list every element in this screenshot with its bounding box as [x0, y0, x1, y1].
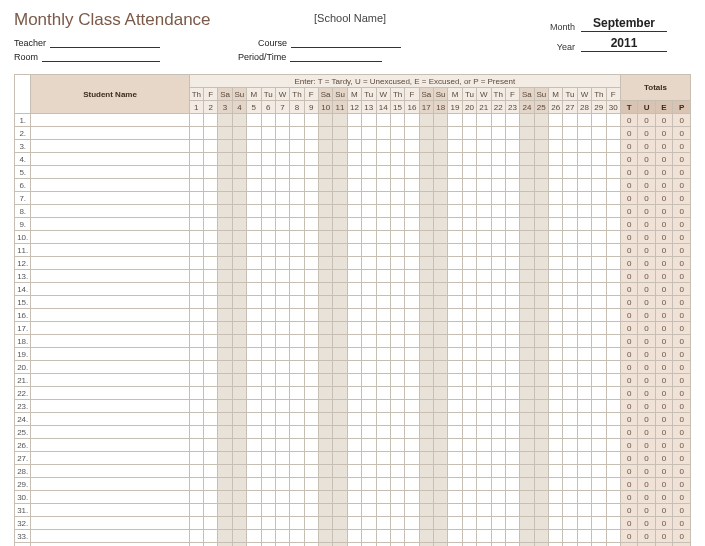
attendance-cell[interactable] — [232, 439, 246, 452]
attendance-cell[interactable] — [218, 205, 232, 218]
attendance-cell[interactable] — [563, 387, 577, 400]
attendance-cell[interactable] — [448, 491, 462, 504]
attendance-cell[interactable] — [304, 231, 318, 244]
attendance-cell[interactable] — [275, 244, 289, 257]
attendance-cell[interactable] — [491, 491, 505, 504]
attendance-cell[interactable] — [275, 400, 289, 413]
attendance-cell[interactable] — [247, 478, 261, 491]
attendance-cell[interactable] — [290, 296, 304, 309]
attendance-cell[interactable] — [563, 114, 577, 127]
attendance-cell[interactable] — [577, 491, 591, 504]
attendance-cell[interactable] — [204, 400, 218, 413]
attendance-cell[interactable] — [577, 400, 591, 413]
attendance-cell[interactable] — [563, 322, 577, 335]
attendance-cell[interactable] — [606, 426, 620, 439]
attendance-cell[interactable] — [520, 114, 534, 127]
attendance-cell[interactable] — [390, 153, 404, 166]
attendance-cell[interactable] — [477, 140, 491, 153]
attendance-cell[interactable] — [347, 335, 361, 348]
attendance-cell[interactable] — [520, 517, 534, 530]
attendance-cell[interactable] — [606, 478, 620, 491]
attendance-cell[interactable] — [563, 452, 577, 465]
attendance-cell[interactable] — [549, 231, 563, 244]
attendance-cell[interactable] — [390, 114, 404, 127]
attendance-cell[interactable] — [347, 413, 361, 426]
attendance-cell[interactable] — [462, 426, 476, 439]
attendance-cell[interactable] — [405, 127, 419, 140]
attendance-cell[interactable] — [261, 283, 275, 296]
attendance-cell[interactable] — [434, 114, 448, 127]
attendance-cell[interactable] — [563, 270, 577, 283]
attendance-cell[interactable] — [434, 387, 448, 400]
attendance-cell[interactable] — [592, 114, 606, 127]
attendance-cell[interactable] — [247, 140, 261, 153]
attendance-cell[interactable] — [347, 439, 361, 452]
attendance-cell[interactable] — [189, 322, 203, 335]
attendance-cell[interactable] — [362, 231, 376, 244]
attendance-cell[interactable] — [477, 543, 491, 547]
attendance-cell[interactable] — [232, 296, 246, 309]
attendance-cell[interactable] — [204, 374, 218, 387]
attendance-cell[interactable] — [405, 517, 419, 530]
attendance-cell[interactable] — [232, 452, 246, 465]
attendance-cell[interactable] — [333, 387, 347, 400]
attendance-cell[interactable] — [275, 361, 289, 374]
attendance-cell[interactable] — [319, 166, 333, 179]
attendance-cell[interactable] — [390, 296, 404, 309]
attendance-cell[interactable] — [275, 257, 289, 270]
attendance-cell[interactable] — [304, 348, 318, 361]
student-name-cell[interactable] — [31, 530, 189, 543]
attendance-cell[interactable] — [333, 114, 347, 127]
attendance-cell[interactable] — [261, 140, 275, 153]
attendance-cell[interactable] — [477, 361, 491, 374]
attendance-cell[interactable] — [362, 218, 376, 231]
attendance-cell[interactable] — [534, 244, 548, 257]
attendance-cell[interactable] — [390, 127, 404, 140]
attendance-cell[interactable] — [448, 257, 462, 270]
attendance-cell[interactable] — [390, 478, 404, 491]
attendance-cell[interactable] — [247, 205, 261, 218]
attendance-cell[interactable] — [534, 348, 548, 361]
attendance-cell[interactable] — [534, 361, 548, 374]
attendance-cell[interactable] — [448, 504, 462, 517]
attendance-cell[interactable] — [204, 114, 218, 127]
attendance-cell[interactable] — [405, 543, 419, 547]
attendance-cell[interactable] — [520, 283, 534, 296]
attendance-cell[interactable] — [462, 218, 476, 231]
attendance-cell[interactable] — [505, 530, 519, 543]
attendance-cell[interactable] — [419, 257, 433, 270]
attendance-cell[interactable] — [304, 218, 318, 231]
attendance-cell[interactable] — [577, 387, 591, 400]
attendance-cell[interactable] — [304, 504, 318, 517]
attendance-cell[interactable] — [520, 530, 534, 543]
attendance-cell[interactable] — [290, 478, 304, 491]
attendance-cell[interactable] — [491, 114, 505, 127]
attendance-cell[interactable] — [204, 270, 218, 283]
attendance-cell[interactable] — [319, 218, 333, 231]
attendance-cell[interactable] — [491, 361, 505, 374]
attendance-cell[interactable] — [189, 543, 203, 547]
attendance-cell[interactable] — [247, 114, 261, 127]
attendance-cell[interactable] — [505, 400, 519, 413]
attendance-cell[interactable] — [419, 114, 433, 127]
attendance-cell[interactable] — [290, 465, 304, 478]
attendance-cell[interactable] — [534, 478, 548, 491]
attendance-cell[interactable] — [362, 387, 376, 400]
attendance-cell[interactable] — [189, 361, 203, 374]
attendance-cell[interactable] — [275, 114, 289, 127]
attendance-cell[interactable] — [362, 348, 376, 361]
attendance-cell[interactable] — [505, 452, 519, 465]
attendance-cell[interactable] — [419, 491, 433, 504]
attendance-cell[interactable] — [563, 348, 577, 361]
attendance-cell[interactable] — [419, 231, 433, 244]
attendance-cell[interactable] — [218, 478, 232, 491]
attendance-cell[interactable] — [347, 179, 361, 192]
attendance-cell[interactable] — [534, 296, 548, 309]
attendance-cell[interactable] — [491, 348, 505, 361]
attendance-cell[interactable] — [304, 530, 318, 543]
attendance-cell[interactable] — [347, 504, 361, 517]
attendance-cell[interactable] — [247, 439, 261, 452]
attendance-cell[interactable] — [505, 335, 519, 348]
attendance-cell[interactable] — [520, 478, 534, 491]
attendance-cell[interactable] — [390, 309, 404, 322]
